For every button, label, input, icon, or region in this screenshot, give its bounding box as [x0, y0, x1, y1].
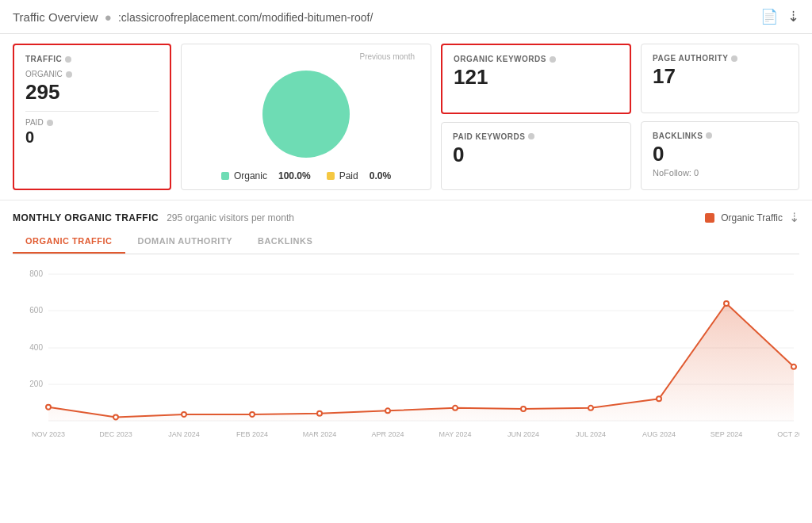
organic-keywords-value: 121: [454, 65, 619, 90]
page-authority-card: PAGE AUTHORITY 17: [641, 44, 799, 113]
datapoint-apr: [385, 408, 390, 413]
datapoint-mar: [317, 411, 322, 416]
paid-kw-dot: [528, 133, 534, 139]
authority-section: PAGE AUTHORITY 17 BACKLINKS 0 NoFollow: …: [641, 44, 799, 190]
organic-traffic-legend-square: [705, 213, 714, 223]
organic-legend-pct: 100.0%: [278, 170, 311, 181]
datapoint-sep: [724, 301, 729, 306]
chart-tabs: ORGANIC TRAFFIC DOMAIN AUTHORITY BACKLIN…: [13, 230, 799, 254]
paid-keywords-label: PAID KEYWORDS: [453, 132, 619, 141]
bl-dot: [706, 132, 712, 139]
backlinks-label: BACKLINKS: [653, 132, 787, 140]
svg-text:JUL 2024: JUL 2024: [576, 430, 606, 438]
prev-month-label: Previous month: [360, 52, 415, 61]
organic-keywords-card: ORGANIC KEYWORDS 121: [441, 44, 631, 114]
organic-sublabel: ORGANIC: [25, 70, 159, 78]
datapoint-aug: [657, 396, 661, 401]
paid-sublabel: PAID: [25, 118, 159, 127]
organic-value: 295: [25, 80, 159, 105]
monthly-header-right: Organic Traffic ⇣: [705, 210, 799, 225]
header-actions: 📄 ⇣: [760, 8, 799, 25]
chart-download-icon[interactable]: ⇣: [789, 210, 799, 225]
organic-legend-dot: [221, 172, 229, 180]
separator: ●: [105, 10, 112, 24]
svg-text:200: 200: [29, 380, 43, 388]
svg-text:NOV 2023: NOV 2023: [32, 430, 65, 438]
svg-text:MAY 2024: MAY 2024: [439, 430, 471, 438]
backlinks-card: BACKLINKS 0 NoFollow: 0: [641, 121, 799, 191]
svg-text:400: 400: [29, 343, 43, 352]
donut-circle: [262, 71, 350, 158]
svg-text:APR 2024: APR 2024: [371, 430, 404, 438]
paid-keywords-value: 0: [453, 143, 619, 167]
pa-dot: [731, 55, 737, 62]
paid-legend-pct: 0.0%: [370, 170, 391, 181]
tab-domain-authority[interactable]: DOMAIN AUTHORITY: [125, 230, 245, 254]
donut-chart-card: Previous month Organic 100.0% Paid 0.0%: [181, 44, 431, 190]
organic-info-dot: [66, 71, 72, 78]
traffic-card: TRAFFIC ORGANIC 295 PAID 0: [13, 44, 171, 190]
paid-value: 0: [25, 128, 159, 147]
organic-legend-item: Organic 100.0%: [221, 170, 311, 181]
monthly-subtitle: 295 organic visitors per month: [167, 212, 294, 223]
paid-info-dot: [47, 120, 53, 126]
keywords-section: ORGANIC KEYWORDS 121 PAID KEYWORDS 0: [441, 44, 631, 190]
datapoint-jul: [588, 406, 593, 410]
monthly-header-left: MONTHLY ORGANIC TRAFFIC 295 organic visi…: [13, 212, 294, 223]
traffic-chart-svg: 800 600 400 200: [13, 262, 799, 460]
paid-legend-item: Paid 0.0%: [327, 170, 391, 181]
page-title: Traffic Overview ● :classicroofreplaceme…: [13, 10, 373, 24]
nofollow-label: NoFollow: 0: [653, 168, 787, 178]
monthly-header: MONTHLY ORGANIC TRAFFIC 295 organic visi…: [13, 210, 799, 225]
metrics-section: TRAFFIC ORGANIC 295 PAID 0 Previous mont…: [0, 34, 812, 200]
svg-text:AUG 2024: AUG 2024: [642, 430, 676, 438]
svg-text:MAR 2024: MAR 2024: [303, 430, 337, 438]
title-text: Traffic Overview: [13, 10, 98, 24]
tab-organic-traffic[interactable]: ORGANIC TRAFFIC: [13, 230, 125, 254]
share-icon[interactable]: 📄: [760, 8, 778, 25]
paid-legend-label: Paid: [339, 170, 358, 181]
url-text: :classicroofreplacement.com/modified-bit…: [118, 11, 373, 24]
svg-text:OCT 2024: OCT 2024: [777, 430, 799, 438]
organic-traffic-legend-label: Organic Traffic: [721, 212, 783, 223]
datapoint-dec: [113, 414, 118, 419]
traffic-label: TRAFFIC: [25, 55, 159, 63]
svg-text:600: 600: [29, 306, 43, 315]
svg-text:SEP 2024: SEP 2024: [710, 430, 742, 438]
organic-kw-dot: [550, 56, 556, 63]
svg-text:800: 800: [29, 269, 43, 278]
svg-text:JAN 2024: JAN 2024: [168, 430, 200, 438]
svg-text:DEC 2023: DEC 2023: [99, 430, 132, 438]
page-authority-label: PAGE AUTHORITY: [653, 54, 787, 63]
datapoint-may: [453, 406, 458, 410]
monthly-section: MONTHLY ORGANIC TRAFFIC 295 organic visi…: [0, 200, 812, 463]
tab-backlinks[interactable]: BACKLINKS: [245, 230, 325, 254]
datapoint-feb: [250, 412, 255, 417]
datapoint-jan: [182, 412, 186, 417]
organic-legend-label: Organic: [234, 170, 267, 181]
download-icon[interactable]: ⇣: [787, 8, 799, 25]
organic-keywords-label: ORGANIC KEYWORDS: [454, 55, 619, 63]
datapoint-nov: [46, 405, 51, 410]
chart-legend: Organic 100.0% Paid 0.0%: [221, 170, 391, 181]
page-authority-value: 17: [653, 64, 787, 89]
svg-text:FEB 2024: FEB 2024: [236, 430, 268, 438]
chart-area: 800 600 400 200: [13, 254, 799, 463]
chart-area-fill: [48, 303, 794, 421]
datapoint-oct: [791, 365, 796, 369]
paid-legend-dot: [327, 172, 335, 180]
svg-text:JUN 2024: JUN 2024: [508, 430, 539, 438]
donut-chart: [262, 71, 350, 158]
paid-keywords-card: PAID KEYWORDS 0: [441, 122, 631, 191]
traffic-info-dot: [65, 56, 71, 63]
page-header: Traffic Overview ● :classicroofreplaceme…: [0, 0, 812, 34]
monthly-title: MONTHLY ORGANIC TRAFFIC: [13, 212, 159, 223]
backlinks-value: 0: [653, 142, 787, 166]
datapoint-jun: [521, 407, 526, 411]
